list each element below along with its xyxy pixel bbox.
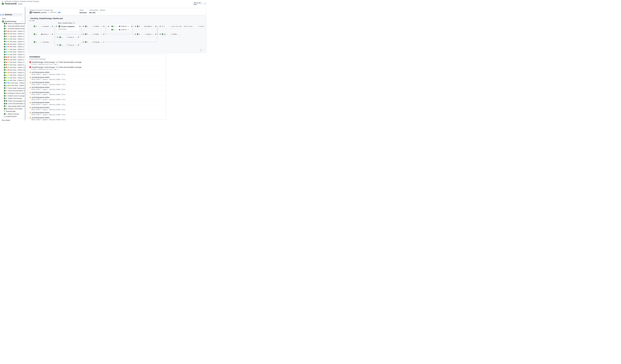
book-icon — [119, 29, 121, 31]
sidebar-item-summary[interactable]: Summary — [1, 13, 23, 16]
graph-node-c2[interactable]: S... / ... /Publish Test Re...13s — [84, 33, 104, 36]
commit-sha-link[interactable]: d0f07e1 — [50, 12, 56, 13]
annotation-title-link[interactable]: pyTooling/upload-artifact — [32, 97, 50, 98]
sidebar-job-23[interactable]: Unit Tests - Python 3.13 — [0, 79, 25, 82]
skipped-icon — [4, 116, 6, 117]
annotation-title-link[interactable]: Check documentation coverage — [58, 61, 82, 63]
back-arrow-icon[interactable] — [1, 0, 3, 2]
annotation-message: Process completed with exit code 2. — [32, 69, 166, 70]
node-prefix: S... / ... / — [36, 33, 41, 35]
annotation-title-link[interactable]: pyTooling/upload-artifact — [32, 112, 50, 114]
annotation-title-link[interactable]: pyTooling/upload-artifact — [32, 76, 50, 78]
annotation-title-link[interactable]: pyTooling/upload-artifact — [32, 107, 50, 108]
sidebar-job-34[interactable]: Publish to GH-Pages — [0, 107, 25, 110]
sidebar-job-18[interactable]: Unit Tests - Python 3.13 — [0, 66, 25, 69]
matrix-group-node[interactable]: 22 jobs completed Show all jobs — [57, 24, 79, 31]
node-label: Publish Test Re... — [94, 33, 100, 35]
sidebar-job-21[interactable]: Unit Tests - Python 3.11 — [0, 74, 25, 76]
chevron-up-icon[interactable] — [21, 20, 23, 22]
annotation-title-link[interactable]: pyTooling/upload-artifact — [32, 82, 50, 83]
actor-link[interactable]: Paebbels — [33, 11, 40, 13]
matrix-tab[interactable]: Matrix: SimplePackage / UnitTest... — [57, 22, 74, 24]
sidebar-job-9[interactable]: Unit Tests - Python 3.9 — [0, 43, 25, 45]
annotation-title-link[interactable]: pyTooling/upload-artifact — [32, 71, 50, 73]
scrollbar-down-arrow[interactable] — [25, 120, 26, 121]
sidebar-job-37[interactable]: PublishOnPyPI — [0, 115, 25, 118]
branch-badge[interactable]: dev — [57, 11, 61, 13]
sidebar-job-15[interactable]: Unit Tests - Python 3.10 — [0, 58, 25, 61]
avatar[interactable] — [29, 11, 32, 14]
sidebar-job-8[interactable]: Unit Tests - Python 3.13 — [0, 40, 25, 43]
artifacts-value: – — [100, 12, 101, 14]
fullscreen-button[interactable] — [200, 49, 202, 52]
graph-node-c1[interactable]: S... / ... /Publish Code C...20s — [84, 25, 104, 28]
annotation-title-link[interactable]: pyTooling/upload-artifact — [32, 102, 50, 104]
sidebar-job-19[interactable]: Unit Tests - Python 3.9 — [0, 69, 25, 71]
show-all-jobs-link[interactable]: Show all jobs — [58, 28, 67, 30]
kebab-menu-button[interactable] — [204, 2, 206, 5]
sidebar-job-22[interactable]: Unit Tests - Python 3.12 — [0, 76, 25, 79]
sidebar-job-32[interactable]: LaTeX Documentation using ... — [0, 102, 25, 105]
sidebar-job-16[interactable]: Unit Tests - Python 3.11 — [0, 61, 25, 63]
pencil-icon — [6, 28, 7, 29]
sidebar-job-30[interactable]: Publish Test Results — [0, 97, 25, 100]
sidebar-job-26[interactable]: Check Static Typing using Pyt... — [0, 87, 25, 89]
sidebar-job-29[interactable]: Publish Code Coverage Results — [0, 95, 25, 97]
sidebar-job-20[interactable]: Unit Tests - Python 3.10 — [0, 71, 25, 74]
job-label: Unit Tests - Python 3.12 — [9, 64, 25, 66]
sidebar-job-24[interactable]: Unit Tests - Python 3.12 — [0, 82, 25, 84]
graph-node-e2[interactable]: S... / ... /Intermediate A...16s — [136, 33, 155, 36]
rerun-all-jobs-button[interactable]: Re-run all jobs — [194, 2, 203, 5]
sidebar-job-35[interactable]: ReleasePage — [0, 110, 25, 113]
graph-node-d1[interactable]: S... / ... /HTML Docume...55s — [110, 25, 130, 28]
package-icon — [92, 41, 94, 43]
sidebar-job-28[interactable]: Package in Source and Wheel... — [0, 92, 25, 95]
sidebar-job-33[interactable]: Intermediate Artifact Cleanup — [0, 105, 25, 107]
job-label: Unit Tests - Python 3.10 — [9, 33, 25, 35]
sidebar-job-4[interactable]: Unit Tests - Python 3.9 — [0, 30, 25, 33]
graph-node-b1[interactable]: S... / ... /Check Static Ty...17s — [58, 35, 78, 39]
annotation-message: macOS doesn't support removing hidden fi… — [32, 79, 166, 80]
sidebar-job-25[interactable]: Unit Tests - Python 3.12 — [0, 84, 25, 87]
success-check-icon — [4, 67, 6, 68]
sidebar-job-7[interactable]: Unit Tests - Python 3.12 — [0, 38, 25, 40]
sidebar-scrollbar-thumb[interactable] — [25, 24, 26, 65]
job-label: ReleasePage — [6, 110, 16, 112]
sidebar-job-10[interactable]: Unit Tests - Python 3.10 — [0, 45, 25, 48]
success-check-icon — [4, 64, 6, 66]
annotation-title-link[interactable]: Check documentation coverage — [58, 66, 82, 68]
sidebar-job-31[interactable]: HTML Documentation using ... — [0, 100, 25, 102]
graph-node-e1[interactable]: S... / ... /Publish to GH-P...7s — [136, 25, 155, 28]
sidebar-job-17[interactable]: Unit Tests - Python 3.12 — [0, 64, 25, 66]
job-label: Package in Source and Wheel... — [8, 92, 25, 94]
graph-node-c3[interactable]: S... / ... /Package in Sou...18s — [84, 40, 104, 44]
sidebar-job-5[interactable]: Unit Tests - Python 3.10 — [0, 33, 25, 35]
graph-node-f2[interactable]: Sim... / ... /Artifact Cleanup4s — [161, 33, 180, 36]
graph-node-a1[interactable]: S... / ... /Generate pipelin...0s — [33, 25, 52, 28]
graph-node-g1[interactable]: Simple... / ... /Publish to PyPI — [185, 25, 206, 28]
fullscreen-icon — [200, 50, 202, 51]
scrollbar-up-arrow[interactable] — [25, 6, 26, 7]
graph-node-a2[interactable]: S... / ... /Extract configur...4s — [33, 33, 52, 36]
graph-node-a3[interactable]: S... / ... /Generate pipelin...0s — [33, 40, 52, 44]
sidebar-job-2[interactable]: Generate pipeline parameters — [0, 25, 25, 27]
sidebar-job-36[interactable]: Artifact Cleanup — [0, 113, 25, 115]
annotation-title-link[interactable]: pyTooling/upload-artifact — [32, 117, 50, 119]
zoom-out-button[interactable] — [203, 49, 206, 52]
graph-node-f1[interactable]: S... / ... /Create 'Release Pa... — [161, 25, 180, 28]
sidebar-job-11[interactable]: Unit Tests - Python 3.11 — [0, 48, 25, 51]
sidebar-job-12[interactable]: Unit Tests - Python 3.12 — [0, 51, 25, 53]
job-label: Generate pipeline parameters — [8, 28, 25, 30]
sidebar-job-14[interactable]: Unit Tests - Python 3.9 — [0, 56, 25, 58]
sidebar-job-1[interactable]: Extract configurations from p... — [0, 22, 25, 25]
graph-node-b2[interactable]: S... / ... /Check docume...18s — [58, 43, 78, 47]
sidebar-job-27[interactable]: Check documentation covera... — [0, 89, 25, 92]
sidebar-job-6[interactable]: Unit Tests - Python 3.11 — [0, 35, 25, 38]
sidebar-job-3[interactable]: Generate pipeline parameters — [0, 27, 25, 30]
sidebar-job-13[interactable]: Unit Tests - Python 3.13 — [0, 53, 25, 56]
annotation-title-link[interactable]: pyTooling/upload-artifact — [32, 91, 50, 93]
node-duration: 17s — [75, 36, 77, 38]
breadcrumb-link[interactable]: Verification of Pipeline Templates (Simp… — [4, 0, 39, 2]
graph-node-d2[interactable]: S... / ... /LaTeX Docume...51s — [110, 28, 130, 31]
annotation-title-link[interactable]: pyTooling/upload-artifact — [32, 87, 50, 88]
